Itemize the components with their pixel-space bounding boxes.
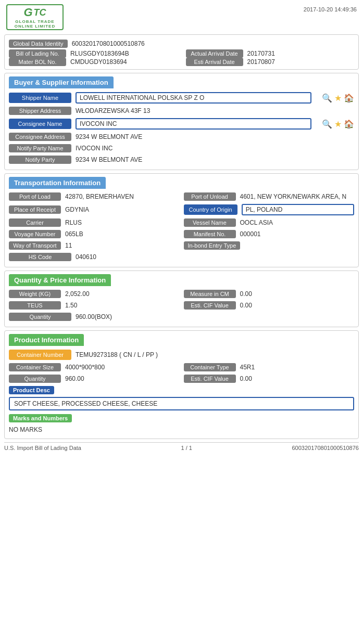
hs-code-row: HS Code 040610 bbox=[5, 251, 358, 263]
weight-label: Weight (KG) bbox=[9, 290, 61, 298]
voyage-number-value: 065LB bbox=[65, 230, 180, 238]
datetime: 2017-10-20 14:49:36 bbox=[304, 4, 357, 12]
notify-party-value: 9234 W BELMONT AVE bbox=[76, 156, 354, 163]
consignee-star-icon[interactable]: ★ bbox=[334, 119, 342, 129]
quantity-row: Quantity 960.00(BOX) bbox=[5, 311, 358, 323]
esti-cif-label: Esti. CIF Value bbox=[184, 301, 236, 310]
page-header: G TC GLOBAL TRADE ONLINE LIMITED 2017-10… bbox=[0, 0, 363, 32]
logo-area: G TC GLOBAL TRADE ONLINE LIMITED bbox=[6, 4, 64, 30]
container-size-value: 4000*900*800 bbox=[65, 364, 180, 371]
product-esti-cif-field: Esti. CIF Value 0.00 bbox=[184, 375, 355, 383]
star-icon[interactable]: ★ bbox=[334, 93, 342, 103]
container-size-field: Container Size 4000*900*800 bbox=[9, 363, 180, 371]
measure-cm-value: 0.00 bbox=[240, 290, 355, 298]
measure-cm-label: Measure in CM bbox=[184, 290, 236, 298]
weight-field: Weight (KG) 2,052.00 bbox=[9, 290, 180, 298]
buyer-supplier-section: Buyer & Supplier Information Shipper Nam… bbox=[4, 73, 359, 170]
esti-arrival-label: Esti Arrival Date bbox=[186, 58, 243, 66]
logo-box: G TC GLOBAL TRADE ONLINE LIMITED bbox=[6, 4, 64, 30]
product-quantity-value: 960.00 bbox=[65, 375, 180, 382]
voyage-number-label: Voyage Number bbox=[9, 230, 61, 238]
product-info-section: Product Information Container Number TEM… bbox=[4, 330, 359, 439]
search-icon[interactable]: 🔍 bbox=[322, 93, 332, 103]
global-data-identity-label: Global Data Identity bbox=[9, 40, 68, 48]
teus-label: TEUS bbox=[9, 301, 61, 310]
container-number-row: Container Number TEMU9273188 ( CN / L / … bbox=[5, 348, 358, 362]
container-size-type-row: Container Size 4000*900*800 Container Ty… bbox=[5, 362, 358, 373]
notify-party-row: Notify Party 9234 W BELMONT AVE bbox=[5, 154, 358, 165]
place-of-receipt-label: Place of Receipt bbox=[9, 205, 61, 214]
shipper-name-value: LOWELL INTERNATIONAL POLSKA SP Z O bbox=[76, 92, 311, 104]
consignee-home-icon[interactable]: 🏠 bbox=[344, 119, 354, 129]
actual-arrival-value: 20170731 bbox=[247, 50, 275, 57]
carrier-field: Carrier RLUS bbox=[9, 218, 180, 227]
way-of-transport-field: Way of Transport 11 bbox=[9, 241, 180, 250]
manifest-no-label: Manifest No. bbox=[184, 230, 236, 238]
transportation-section: Transportation Information Port of Load … bbox=[4, 173, 359, 267]
consignee-search-icon[interactable]: 🔍 bbox=[322, 119, 332, 129]
mater-bol-pair: Mater BOL No. CMDUGDY0183694 bbox=[9, 58, 178, 66]
esti-cif-field: Esti. CIF Value 0.00 bbox=[184, 301, 355, 310]
teus-value: 1.50 bbox=[65, 302, 180, 309]
port-of-load-field: Port of Load 42870, BREMERHAVEN bbox=[9, 192, 180, 201]
shipper-name-row: Shipper Name LOWELL INTERNATIONAL POLSKA… bbox=[5, 91, 358, 105]
shipper-name-label: Shipper Name bbox=[9, 93, 71, 103]
receipt-origin-row: Place of Receipt GDYNIA Country of Origi… bbox=[5, 202, 358, 217]
container-size-label: Container Size bbox=[9, 363, 61, 371]
product-esti-cif-value: 0.00 bbox=[240, 375, 355, 382]
esti-cif-value: 0.00 bbox=[240, 302, 355, 309]
transport-inbond-row: Way of Transport 11 In-bond Entry Type bbox=[5, 240, 358, 251]
carrier-value: RLUS bbox=[65, 219, 180, 226]
marks-numbers-label: Marks and Numbers bbox=[9, 414, 72, 422]
hs-code-label: HS Code bbox=[9, 253, 71, 261]
mater-esti-row: Mater BOL No. CMDUGDY0183694 Esti Arriva… bbox=[9, 58, 354, 66]
measure-cm-field: Measure in CM 0.00 bbox=[184, 290, 355, 298]
product-quantity-field: Quantity 960.00 bbox=[9, 375, 180, 383]
place-of-receipt-value: GDYNIA bbox=[65, 206, 180, 213]
carrier-vessel-row: Carrier RLUS Vessel Name OOCL ASIA bbox=[5, 217, 358, 228]
product-qty-esti-row: Quantity 960.00 Esti. CIF Value 0.00 bbox=[5, 373, 358, 384]
logo-subtitle: GLOBAL TRADE ONLINE LIMITED bbox=[8, 19, 61, 29]
transportation-header: Transportation Information bbox=[9, 177, 106, 189]
inbond-entry-type-field: In-bond Entry Type bbox=[184, 241, 355, 250]
port-of-load-label: Port of Load bbox=[9, 192, 61, 201]
consignee-icons: 🔍 ★ 🏠 bbox=[322, 119, 354, 129]
manifest-no-field: Manifest No. 000001 bbox=[184, 230, 355, 238]
consignee-name-label: Consignee Name bbox=[9, 119, 71, 129]
bill-arrival-row: Bill of Lading No. RLUSGDY0183694B Actua… bbox=[9, 49, 354, 58]
quantity-value: 960.00(BOX) bbox=[76, 313, 354, 320]
home-icon[interactable]: 🏠 bbox=[344, 93, 354, 103]
consignee-name-row: Consignee Name IVOCON INC 🔍 ★ 🏠 bbox=[5, 117, 358, 131]
shipper-icons: 🔍 ★ 🏠 bbox=[322, 93, 354, 103]
container-number-value: TEMU9273188 ( CN / L / PP ) bbox=[76, 351, 354, 358]
consignee-address-label: Consignee Address bbox=[9, 133, 71, 141]
vessel-name-field: Vessel Name OOCL ASIA bbox=[184, 218, 355, 227]
place-of-receipt-field: Place of Receipt GDYNIA bbox=[9, 205, 180, 214]
global-data-identity-value: 600320170801000510876 bbox=[72, 40, 145, 47]
vessel-name-label: Vessel Name bbox=[184, 218, 236, 227]
page-footer: U.S. Import Bill of Lading Data 1 / 1 60… bbox=[4, 442, 359, 453]
notify-party-name-value: IVOCON INC bbox=[76, 145, 354, 152]
voyage-manifest-row: Voyage Number 065LB Manifest No. 000001 bbox=[5, 228, 358, 240]
way-of-transport-label: Way of Transport bbox=[9, 241, 61, 250]
logo-tc: TC bbox=[34, 7, 46, 18]
consignee-address-row: Consignee Address 9234 W BELMONT AVE bbox=[5, 131, 358, 143]
product-desc-box: SOFT CHEESE, PROCESSED CHEESE, CHEESE bbox=[9, 397, 354, 410]
buyer-supplier-header: Buyer & Supplier Information bbox=[9, 76, 114, 88]
voyage-number-field: Voyage Number 065LB bbox=[9, 230, 180, 238]
top-info-section: Global Data Identity 6003201708010005108… bbox=[4, 34, 359, 70]
teus-field: TEUS 1.50 bbox=[9, 301, 180, 310]
shipper-address-value: WŁODARZEWSKA 43F 13 bbox=[76, 107, 354, 114]
mater-bol-label: Mater BOL No. bbox=[9, 58, 66, 66]
footer-page-info: 1 / 1 bbox=[181, 445, 192, 451]
port-of-unload-value: 4601, NEW YORK/NEWARK AREA, N bbox=[240, 193, 355, 200]
product-esti-cif-label: Esti. CIF Value bbox=[184, 375, 236, 383]
logo-g: G bbox=[23, 6, 32, 19]
container-number-label: Container Number bbox=[9, 350, 71, 360]
footer-left: U.S. Import Bill of Lading Data bbox=[4, 445, 81, 451]
shipper-address-label: Shipper Address bbox=[9, 107, 71, 115]
country-of-origin-value: PL, POLAND bbox=[242, 204, 354, 215]
weight-value: 2,052.00 bbox=[65, 290, 180, 298]
notify-party-label: Notify Party bbox=[9, 156, 71, 164]
country-of-origin-label: Country of Origin bbox=[184, 204, 237, 215]
